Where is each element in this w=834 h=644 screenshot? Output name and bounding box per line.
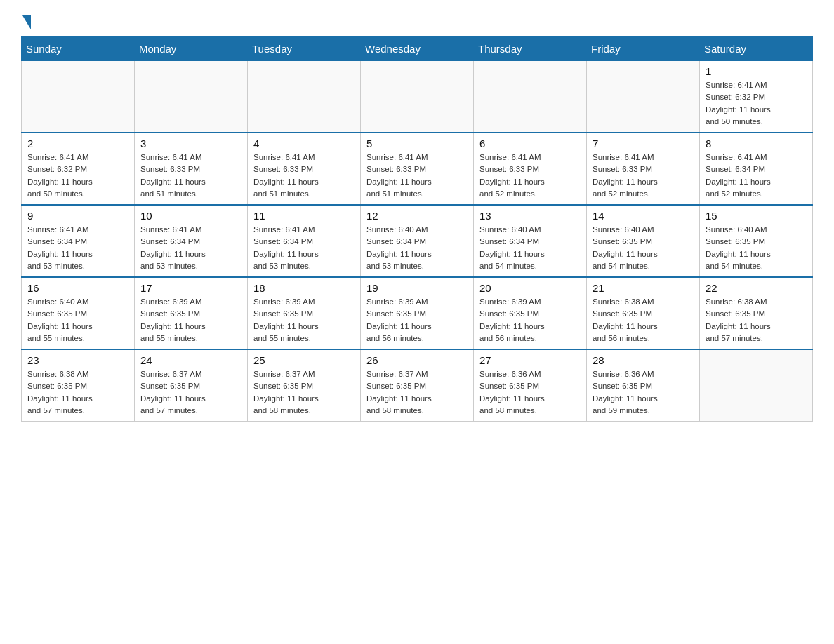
day-number: 2: [27, 137, 128, 149]
day-info: Sunrise: 6:41 AM Sunset: 6:32 PM Dayligh…: [27, 152, 128, 200]
day-info: Sunrise: 6:41 AM Sunset: 6:33 PM Dayligh…: [479, 152, 581, 200]
calendar-cell: 27Sunrise: 6:36 AM Sunset: 6:35 PM Dayli…: [474, 349, 587, 422]
day-info: Sunrise: 6:40 AM Sunset: 6:35 PM Dayligh…: [27, 296, 128, 344]
day-info: Sunrise: 6:36 AM Sunset: 6:35 PM Dayligh…: [593, 368, 694, 417]
calendar-cell: 18Sunrise: 6:39 AM Sunset: 6:35 PM Dayli…: [248, 277, 361, 349]
day-number: 21: [593, 282, 694, 294]
day-number: 8: [706, 137, 807, 149]
day-info: Sunrise: 6:39 AM Sunset: 6:35 PM Dayligh…: [366, 296, 468, 344]
day-number: 1: [706, 65, 807, 77]
calendar-cell: 22Sunrise: 6:38 AM Sunset: 6:35 PM Dayli…: [700, 277, 813, 349]
calendar-cell: 5Sunrise: 6:41 AM Sunset: 6:33 PM Daylig…: [361, 133, 474, 205]
calendar-cell: 10Sunrise: 6:41 AM Sunset: 6:34 PM Dayli…: [135, 205, 248, 277]
calendar-cell: [248, 61, 361, 133]
calendar-cell: 20Sunrise: 6:39 AM Sunset: 6:35 PM Dayli…: [474, 277, 587, 349]
calendar-cell: 3Sunrise: 6:41 AM Sunset: 6:33 PM Daylig…: [135, 133, 248, 205]
calendar-table: SundayMondayTuesdayWednesdayThursdayFrid…: [21, 36, 813, 422]
day-info: Sunrise: 6:40 AM Sunset: 6:34 PM Dayligh…: [479, 224, 581, 272]
day-number: 4: [253, 137, 355, 149]
day-header-wednesday: Wednesday: [361, 37, 474, 61]
calendar-cell: 13Sunrise: 6:40 AM Sunset: 6:34 PM Dayli…: [474, 205, 587, 277]
calendar-cell: [474, 61, 587, 133]
day-info: Sunrise: 6:39 AM Sunset: 6:35 PM Dayligh…: [253, 296, 355, 344]
calendar-cell: 17Sunrise: 6:39 AM Sunset: 6:35 PM Dayli…: [135, 277, 248, 349]
calendar-cell: 19Sunrise: 6:39 AM Sunset: 6:35 PM Dayli…: [361, 277, 474, 349]
day-number: 6: [479, 137, 581, 149]
day-header-saturday: Saturday: [700, 37, 813, 61]
day-number: 13: [479, 210, 581, 222]
calendar-cell: 9Sunrise: 6:41 AM Sunset: 6:34 PM Daylig…: [22, 205, 135, 277]
calendar-cell: 24Sunrise: 6:37 AM Sunset: 6:35 PM Dayli…: [135, 349, 248, 422]
day-info: Sunrise: 6:39 AM Sunset: 6:35 PM Dayligh…: [140, 296, 241, 344]
day-info: Sunrise: 6:37 AM Sunset: 6:35 PM Dayligh…: [366, 368, 468, 417]
day-number: 22: [706, 282, 807, 294]
calendar-cell: 4Sunrise: 6:41 AM Sunset: 6:33 PM Daylig…: [248, 133, 361, 205]
week-row-0: 1Sunrise: 6:41 AM Sunset: 6:32 PM Daylig…: [22, 61, 813, 133]
day-number: 18: [253, 282, 355, 294]
week-row-1: 2Sunrise: 6:41 AM Sunset: 6:32 PM Daylig…: [22, 133, 813, 205]
calendar-cell: [587, 61, 700, 133]
day-header-monday: Monday: [135, 37, 248, 61]
day-number: 9: [27, 210, 128, 222]
day-number: 20: [479, 282, 581, 294]
calendar-cell: [22, 61, 135, 133]
day-info: Sunrise: 6:39 AM Sunset: 6:35 PM Dayligh…: [479, 296, 581, 344]
day-number: 24: [140, 354, 241, 366]
day-number: 19: [366, 282, 468, 294]
day-info: Sunrise: 6:36 AM Sunset: 6:35 PM Dayligh…: [479, 368, 581, 417]
day-info: Sunrise: 6:40 AM Sunset: 6:35 PM Dayligh…: [706, 224, 807, 272]
calendar-cell: 21Sunrise: 6:38 AM Sunset: 6:35 PM Dayli…: [587, 277, 700, 349]
day-number: 11: [253, 210, 355, 222]
page-header: [21, 14, 813, 29]
calendar-cell: 2Sunrise: 6:41 AM Sunset: 6:32 PM Daylig…: [22, 133, 135, 205]
day-info: Sunrise: 6:41 AM Sunset: 6:33 PM Dayligh…: [366, 152, 468, 200]
week-row-3: 16Sunrise: 6:40 AM Sunset: 6:35 PM Dayli…: [22, 277, 813, 349]
day-info: Sunrise: 6:38 AM Sunset: 6:35 PM Dayligh…: [27, 368, 128, 417]
day-number: 10: [140, 210, 241, 222]
calendar-cell: [135, 61, 248, 133]
calendar-cell: 16Sunrise: 6:40 AM Sunset: 6:35 PM Dayli…: [22, 277, 135, 349]
day-info: Sunrise: 6:41 AM Sunset: 6:33 PM Dayligh…: [253, 152, 355, 200]
calendar-cell: 6Sunrise: 6:41 AM Sunset: 6:33 PM Daylig…: [474, 133, 587, 205]
calendar-cell: 26Sunrise: 6:37 AM Sunset: 6:35 PM Dayli…: [361, 349, 474, 422]
day-info: Sunrise: 6:40 AM Sunset: 6:35 PM Dayligh…: [593, 224, 694, 272]
day-header-thursday: Thursday: [474, 37, 587, 61]
day-header-sunday: Sunday: [22, 37, 135, 61]
day-header-friday: Friday: [587, 37, 700, 61]
calendar-cell: 12Sunrise: 6:40 AM Sunset: 6:34 PM Dayli…: [361, 205, 474, 277]
day-number: 7: [593, 137, 694, 149]
day-info: Sunrise: 6:41 AM Sunset: 6:33 PM Dayligh…: [593, 152, 694, 200]
week-row-4: 23Sunrise: 6:38 AM Sunset: 6:35 PM Dayli…: [22, 349, 813, 422]
day-number: 28: [593, 354, 694, 366]
day-number: 14: [593, 210, 694, 222]
day-number: 16: [27, 282, 128, 294]
calendar-cell: 11Sunrise: 6:41 AM Sunset: 6:34 PM Dayli…: [248, 205, 361, 277]
calendar-cell: 25Sunrise: 6:37 AM Sunset: 6:35 PM Dayli…: [248, 349, 361, 422]
day-info: Sunrise: 6:41 AM Sunset: 6:34 PM Dayligh…: [706, 152, 807, 200]
calendar-cell: [361, 61, 474, 133]
day-number: 15: [706, 210, 807, 222]
calendar-cell: 23Sunrise: 6:38 AM Sunset: 6:35 PM Dayli…: [22, 349, 135, 422]
day-number: 12: [366, 210, 468, 222]
day-info: Sunrise: 6:40 AM Sunset: 6:34 PM Dayligh…: [366, 224, 468, 272]
calendar-cell: 1Sunrise: 6:41 AM Sunset: 6:32 PM Daylig…: [700, 61, 813, 133]
calendar-cell: 15Sunrise: 6:40 AM Sunset: 6:35 PM Dayli…: [700, 205, 813, 277]
day-info: Sunrise: 6:37 AM Sunset: 6:35 PM Dayligh…: [253, 368, 355, 417]
logo: [21, 14, 31, 29]
logo-triangle-icon: [22, 15, 31, 29]
calendar-cell: 7Sunrise: 6:41 AM Sunset: 6:33 PM Daylig…: [587, 133, 700, 205]
day-info: Sunrise: 6:38 AM Sunset: 6:35 PM Dayligh…: [706, 296, 807, 344]
calendar-cell: 14Sunrise: 6:40 AM Sunset: 6:35 PM Dayli…: [587, 205, 700, 277]
day-header-row: SundayMondayTuesdayWednesdayThursdayFrid…: [22, 37, 813, 61]
day-number: 5: [366, 137, 468, 149]
calendar-cell: 28Sunrise: 6:36 AM Sunset: 6:35 PM Dayli…: [587, 349, 700, 422]
day-header-tuesday: Tuesday: [248, 37, 361, 61]
day-info: Sunrise: 6:41 AM Sunset: 6:34 PM Dayligh…: [140, 224, 241, 272]
day-number: 26: [366, 354, 468, 366]
day-info: Sunrise: 6:41 AM Sunset: 6:32 PM Dayligh…: [706, 79, 807, 128]
day-info: Sunrise: 6:41 AM Sunset: 6:34 PM Dayligh…: [27, 224, 128, 272]
day-number: 23: [27, 354, 128, 366]
week-row-2: 9Sunrise: 6:41 AM Sunset: 6:34 PM Daylig…: [22, 205, 813, 277]
calendar-cell: 8Sunrise: 6:41 AM Sunset: 6:34 PM Daylig…: [700, 133, 813, 205]
day-info: Sunrise: 6:38 AM Sunset: 6:35 PM Dayligh…: [593, 296, 694, 344]
